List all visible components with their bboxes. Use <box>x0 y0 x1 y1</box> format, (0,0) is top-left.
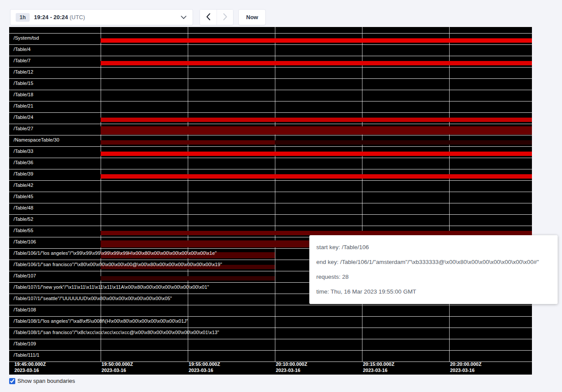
show-span-boundaries-checkbox[interactable] <box>9 378 15 384</box>
span-row[interactable]: /Table/108/1/"san francisco"/"\x8c\xcc\x… <box>9 328 532 339</box>
span-boundary-label: /Table/42 <box>14 182 34 188</box>
span-boundary-label: /Table/24 <box>14 115 34 120</box>
span-row[interactable]: /Table/36 <box>9 158 532 169</box>
heatmap-canvas[interactable]: /System/tsd/Table/4/Table/7/Table/12/Tab… <box>9 27 532 375</box>
span-boundary-label: /Table/108/1/"san francisco"/"\x8c\xcc\x… <box>14 330 219 335</box>
span-row[interactable]: /Table/27 <box>9 124 532 135</box>
span-boundary-label: /Table/48 <box>14 205 34 210</box>
span-boundary-label: /Table/36 <box>14 160 34 165</box>
time-range-label: 19:24 - 20:24 (UTC) <box>34 14 85 20</box>
tooltip-requests: requests: 28 <box>316 270 551 284</box>
span-row[interactable]: /Table/111/1 <box>9 350 532 362</box>
span-row[interactable]: /Table/4 <box>9 44 532 56</box>
span-row[interactable]: /Table/108 <box>9 305 532 316</box>
span-boundary-label: /Table/45 <box>14 194 34 199</box>
time-axis-label: 20:15:00.000Z2023-03-16 <box>363 361 394 373</box>
span-boundary-label: /Table/7 <box>14 58 30 63</box>
time-axis-label: 19:50:00.000Z2023-03-16 <box>102 361 133 373</box>
span-row[interactable]: /Table/52 <box>9 214 532 226</box>
span-boundary-label: /Table/108 <box>14 307 36 312</box>
span-boundary-label: /Table/111/1 <box>14 352 40 358</box>
toolbar: 1h 19:24 - 20:24 (UTC) Now <box>10 9 266 25</box>
span-row[interactable]: /System/tsd <box>9 33 532 44</box>
duration-badge: 1h <box>16 13 30 22</box>
span-row[interactable]: /Table/109 <box>9 339 532 350</box>
span-boundary-label: /Table/27 <box>14 126 34 131</box>
show-span-boundaries-label: Show span boundaries <box>17 378 75 384</box>
span-row[interactable]: /Table/108/1/"los angeles"/"\xa8\xf5\u00… <box>9 316 532 328</box>
timezone-label: (UTC) <box>70 14 85 20</box>
time-nav-group <box>200 9 234 25</box>
time-axis-label: 19:55:00.000Z2023-03-16 <box>189 361 220 373</box>
heat-band[interactable] <box>101 174 532 179</box>
chevron-left-icon <box>206 13 210 22</box>
heat-band[interactable] <box>101 61 532 65</box>
span-boundary-label: /Table/4 <box>14 47 30 52</box>
span-boundary-label: /Table/52 <box>14 216 34 222</box>
span-row[interactable]: /Table/48 <box>9 203 532 214</box>
prev-time-button[interactable] <box>200 10 217 25</box>
chevron-down-icon <box>181 16 186 19</box>
span-boundary-label: /Table/107 <box>14 273 36 278</box>
time-range-selector[interactable]: 1h 19:24 - 20:24 (UTC) <box>10 9 193 25</box>
chevron-right-icon <box>223 13 227 22</box>
span-row[interactable]: /Table/18 <box>9 90 532 101</box>
span-row[interactable]: /Table/42 <box>9 180 532 192</box>
span-boundary-label: /Table/15 <box>14 81 34 86</box>
next-time-button[interactable] <box>217 10 233 25</box>
span-row[interactable]: /Table/45 <box>9 192 532 203</box>
span-boundary-label: /Table/107/1/"seattle"/"UUUUUUD\x00\x80\… <box>14 296 172 301</box>
span-boundary-label: /Table/18 <box>14 92 34 97</box>
heat-band[interactable] <box>101 231 532 235</box>
tooltip-start-key: start key: /Table/106 <box>316 240 551 255</box>
span-row[interactable]: /Table/21 <box>9 101 532 112</box>
now-button[interactable]: Now <box>238 9 266 25</box>
time-axis-label: 20:10:00.000Z2023-03-16 <box>276 361 307 373</box>
span-row[interactable]: /Table/33 <box>9 146 532 158</box>
heat-band[interactable] <box>101 38 532 43</box>
tooltip-time: time: Thu, 16 Mar 2023 19:55:00 GMT <box>316 284 551 299</box>
heat-band[interactable] <box>101 126 532 135</box>
tooltip-end-key: end key: /Table/106/1/"amsterdam"/"\xb33… <box>316 255 551 270</box>
span-tooltip: start key: /Table/106 end key: /Table/10… <box>309 235 558 304</box>
time-axis-label: 20:20:00.000Z2023-03-16 <box>450 361 481 373</box>
span-boundary-label: /Table/33 <box>14 149 34 154</box>
span-boundary-label: /Table/106 <box>14 239 36 244</box>
span-boundary-label: /Table/109 <box>14 341 36 346</box>
span-boundary-label: /Table/55 <box>14 228 34 233</box>
span-row[interactable]: /Table/15 <box>9 78 532 90</box>
span-row[interactable]: /Table/39 <box>9 169 532 180</box>
span-boundary-label: /Table/12 <box>14 69 34 74</box>
span-row[interactable]: /Table/12 <box>9 67 532 78</box>
span-boundary-label: /System/tsd <box>14 35 39 41</box>
heat-band[interactable] <box>101 152 532 156</box>
heat-band[interactable] <box>101 118 532 122</box>
show-span-boundaries-control[interactable]: Show span boundaries <box>9 378 75 384</box>
heat-band[interactable] <box>101 276 275 280</box>
heat-band[interactable] <box>101 140 275 145</box>
time-axis-label: 19:45:00.000Z2023-03-16 <box>14 361 46 373</box>
span-boundary-label: /Table/106/1/"los angeles"/"\x99\x99\x99… <box>14 250 217 256</box>
span-boundary-label: /Table/108/1/"los angeles"/"\xa8\xf5\u00… <box>14 318 188 324</box>
time-range-value: 19:24 - 20:24 <box>34 14 68 20</box>
span-row[interactable]: /NamespaceTable/30 <box>9 135 532 146</box>
span-boundary-label: /Table/39 <box>14 171 34 176</box>
span-boundary-label: /Table/106/1/"san francisco"/"\x80\x00\x… <box>14 262 222 267</box>
heat-band[interactable] <box>275 140 532 145</box>
span-boundary-label: /NamespaceTable/30 <box>14 137 59 142</box>
span-boundary-label: /Table/21 <box>14 103 34 108</box>
span-row[interactable]: /Table/24 <box>9 112 532 124</box>
span-row[interactable]: /Table/7 <box>9 56 532 67</box>
span-boundary-label: /Table/107/1/"new york"/"\x11\x11\x11\x1… <box>14 284 209 290</box>
